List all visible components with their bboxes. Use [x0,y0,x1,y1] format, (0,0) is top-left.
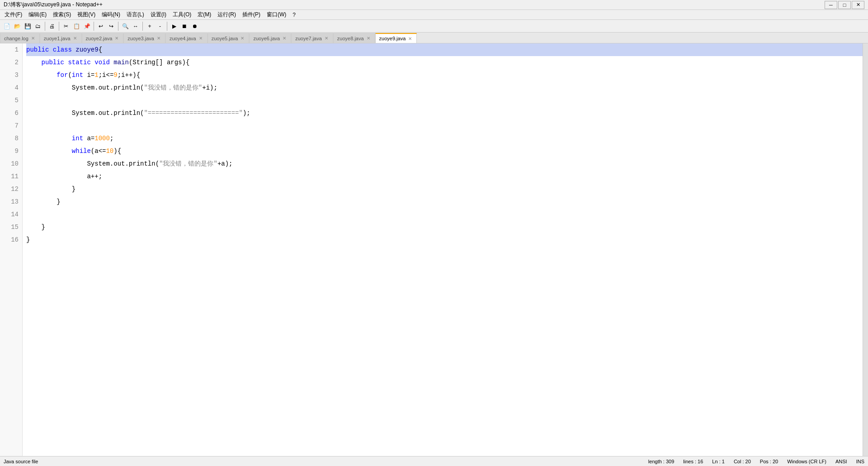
code-line-12: } [26,183,863,195]
tab-change-log[interactable]: change.log✕ [0,33,40,43]
menu-item-p[interactable]: 插件(P) [240,10,263,19]
menu-item-s[interactable]: 搜索(S) [50,10,74,19]
title-bar: D:\博客\java\05\zuoye9.java - Notepad++ ─ … [0,0,868,10]
zoom-out-button[interactable]: - [155,21,165,31]
code-line-4: System.out.println("我没错，错的是你"+i); [26,81,863,94]
maximize-button[interactable]: □ [838,1,851,9]
line-number-5: 5 [0,94,19,107]
menu-item-e[interactable]: 编辑(E) [26,10,49,19]
menu-item-v[interactable]: 视图(V) [75,10,98,19]
scrollbar-y[interactable] [863,43,868,456]
tab-close-icon[interactable]: ✕ [407,36,413,41]
find-button[interactable]: 🔍 [120,21,130,31]
line-number-1: 1- [0,43,19,56]
minimize-button[interactable]: ─ [825,1,837,9]
line-number-15: 15 [0,221,19,233]
menu-item-f[interactable]: 文件(F) [2,10,25,19]
copy-button[interactable]: 📋 [71,21,81,31]
code-line-7 [26,119,863,132]
line-number-9: 9- [0,145,19,157]
menu-item-r[interactable]: 运行(R) [215,10,239,19]
tab-close-icon[interactable]: ✕ [324,36,329,41]
status-right: length : 309 lines : 16 Ln : 1 Col : 20 … [648,459,864,464]
tab-zuoye4-java[interactable]: zuoye4.java✕ [165,33,208,43]
tab-zuoye7-java[interactable]: zuoye7.java✕ [291,33,333,43]
tab-label: zuoye6.java [253,36,280,41]
tab-zuoye9-java[interactable]: zuoye9.java✕ [375,33,417,43]
code-area[interactable]: public class zuoye9{ public static void … [23,43,863,456]
separator3 [94,22,94,31]
file-type: Java source file [4,459,38,464]
line-number-10: 10 [0,157,19,170]
menu-item-n[interactable]: 编码(N) [99,10,123,19]
tab-close-icon[interactable]: ✕ [240,36,245,41]
menu-item-[interactable]: ? [290,11,298,19]
save-all-button[interactable]: 🗂 [33,21,43,31]
tab-label: zuoye7.java [295,36,322,41]
tab-close-icon[interactable]: ✕ [72,36,78,41]
run-stop-button[interactable]: ⏹ [179,21,189,31]
tab-zuoye5-java[interactable]: zuoye5.java✕ [208,33,250,43]
replace-button[interactable]: ↔ [131,21,141,31]
zoom-in-button[interactable]: + [145,21,155,31]
tab-bar: change.log✕zuoye1.java✕zuoye2.java✕zuoye… [0,33,868,43]
title-text: D:\博客\java\05\zuoye9.java - Notepad++ [4,1,103,9]
menu-item-w[interactable]: 窗口(W) [264,10,289,19]
tab-label: zuoye8.java [337,36,364,41]
line-number-2: 2- [0,56,19,69]
menu-item-l[interactable]: 语言(L) [124,10,147,19]
line-number-3: 3- [0,69,19,81]
print-button[interactable]: 🖨 [47,21,57,31]
tab-close-icon[interactable]: ✕ [156,36,161,41]
code-line-8: int a=1000; [26,132,863,145]
col-stat: Col : 20 [734,459,751,464]
menu-bar: 文件(F)编辑(E)搜索(S)视图(V)编码(N)语言(L)设置(I)工具(O)… [0,10,868,20]
cut-button[interactable]: ✂ [61,21,71,31]
tab-close-icon[interactable]: ✕ [366,36,371,41]
run-button[interactable]: ▶ [169,21,179,31]
separator2 [59,22,59,31]
code-line-11: a++; [26,170,863,183]
length-stat: length : 309 [648,459,675,464]
close-button[interactable]: ✕ [852,1,864,9]
status-bar: Java source file length : 309 lines : 16… [0,456,868,466]
line-ending: Windows (CR LF) [787,459,826,464]
line-number-12: 12 [0,183,19,195]
separator1 [45,22,45,31]
code-line-5 [26,94,863,107]
code-line-3: for(int i=1;i<=9;i++){ [26,69,863,81]
open-button[interactable]: 📂 [12,21,22,31]
tab-zuoye6-java[interactable]: zuoye6.java✕ [249,33,291,43]
code-line-13: } [26,195,863,208]
menu-item-o[interactable]: 工具(O) [170,10,194,19]
tab-zuoye1-java[interactable]: zuoye1.java✕ [40,33,82,43]
editor-container: 1-2-3-456789-10111213141516 public class… [0,43,868,456]
line-number-6: 6 [0,107,19,119]
code-line-10: System.out.println("我没错，错的是你"+a); [26,157,863,170]
pos-stat: Pos : 20 [760,459,778,464]
save-button[interactable]: 💾 [23,21,33,31]
tab-zuoye3-java[interactable]: zuoye3.java✕ [123,33,165,43]
menu-item-m[interactable]: 宏(M) [195,10,214,19]
tab-close-icon[interactable]: ✕ [282,36,287,41]
tab-close-icon[interactable]: ✕ [114,36,119,41]
tab-close-icon[interactable]: ✕ [30,36,36,41]
tab-close-icon[interactable]: ✕ [198,36,203,41]
line-numbers: 1-2-3-456789-10111213141516 [0,43,23,456]
tab-zuoye8-java[interactable]: zuoye8.java✕ [333,33,375,43]
menu-item-i[interactable]: 设置(I) [148,10,169,19]
tab-zuoye2-java[interactable]: zuoye2.java✕ [82,33,124,43]
separator4 [118,22,118,31]
tab-label: zuoye5.java [212,36,238,41]
ins-mode: INS [856,459,864,464]
tab-label: zuoye9.java [379,36,406,41]
undo-button[interactable]: ↩ [96,21,106,31]
title-controls: ─ □ ✕ [825,1,864,9]
redo-button[interactable]: ↪ [106,21,116,31]
paste-button[interactable]: 📌 [82,21,92,31]
tab-label: zuoye4.java [170,36,196,41]
record-button[interactable]: ⏺ [190,21,200,31]
line-number-11: 11 [0,170,19,183]
new-button[interactable]: 📄 [2,21,12,31]
line-number-13: 13 [0,195,19,208]
